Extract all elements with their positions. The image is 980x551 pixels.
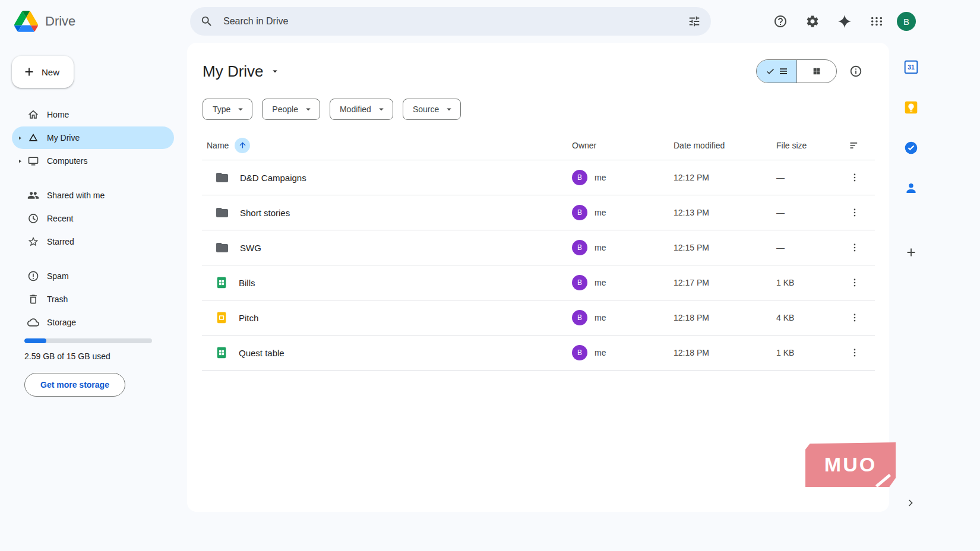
file-name: SWG	[240, 243, 261, 253]
arrow-up-icon	[235, 138, 250, 153]
check-icon	[766, 66, 775, 76]
chevron-down-icon	[444, 104, 454, 115]
sidebar-item-recent[interactable]: Recent	[12, 207, 174, 230]
file-size: —	[776, 208, 839, 217]
contacts-icon[interactable]	[903, 180, 919, 196]
more-options-button[interactable]	[845, 168, 864, 187]
owner-avatar: B	[572, 170, 587, 185]
file-name: Pitch	[239, 313, 258, 323]
sidebar-item-label: Storage	[47, 318, 76, 327]
new-button[interactable]: New	[12, 56, 74, 88]
drive-brand[interactable]: Drive	[14, 10, 75, 33]
sidebar-item-computers[interactable]: Computers	[12, 150, 174, 172]
filter-chip-people[interactable]: People	[262, 99, 320, 120]
panel-header: My Drive	[187, 43, 889, 83]
side-panel-rail: 31	[896, 43, 927, 260]
sort-by-modified-header[interactable]: Date modified	[674, 141, 776, 150]
file-row[interactable]: SWG B me 12:15 PM —	[202, 230, 875, 265]
folder-icon	[215, 205, 229, 220]
sidebar-item-starred[interactable]: Starred	[12, 230, 174, 253]
shared-with-me-icon	[27, 189, 39, 201]
file-row[interactable]: Quest table B me 12:18 PM 1 KB	[202, 335, 875, 370]
computers-icon	[27, 155, 39, 167]
sidebar-item-label: Shared with me	[47, 191, 105, 200]
chevron-down-icon	[235, 104, 246, 115]
search-input[interactable]	[219, 16, 682, 27]
filter-chip-modified[interactable]: Modified	[330, 99, 393, 120]
filter-chip-source[interactable]: Source	[403, 99, 461, 120]
get-more-storage-button[interactable]: Get more storage	[24, 373, 125, 397]
sidebar-item-shared-with-me[interactable]: Shared with me	[12, 184, 174, 207]
storage-progress-bar	[24, 338, 152, 343]
file-name: Bills	[239, 278, 255, 288]
watermark-text: MUO	[824, 453, 877, 476]
sort-by-size-header[interactable]: File size	[776, 141, 839, 150]
file-size: 4 KB	[776, 313, 839, 322]
chevron-down-icon	[270, 66, 280, 77]
header-controls	[756, 59, 868, 83]
file-size: 1 KB	[776, 348, 839, 357]
search-bar[interactable]	[190, 7, 711, 36]
expand-arrow-icon[interactable]	[14, 132, 25, 143]
filter-chip-type[interactable]: Type	[203, 99, 252, 120]
sidebar-item-trash[interactable]: Trash	[12, 288, 174, 311]
sheets-icon	[215, 346, 228, 359]
table-header-row: Name Owner Date modified File size	[202, 131, 875, 160]
show-side-panel-button[interactable]	[902, 494, 919, 512]
gemini-sparkle-icon[interactable]	[833, 10, 856, 33]
file-row[interactable]: D&D Campaigns B me 12:12 PM —	[202, 160, 875, 195]
date-modified: 12:12 PM	[674, 173, 776, 182]
more-options-button[interactable]	[845, 273, 864, 292]
more-options-button[interactable]	[845, 308, 864, 327]
file-name: Short stories	[240, 208, 290, 218]
apps-grid-button[interactable]	[865, 10, 889, 33]
sidebar-item-home[interactable]: Home	[12, 103, 174, 126]
grid-view-button[interactable]	[796, 60, 836, 83]
sidebar-item-spam[interactable]: Spam	[12, 265, 174, 287]
sort-by-name-button[interactable]: Name	[207, 138, 572, 153]
sidebar-item-my-drive[interactable]: My Drive	[12, 126, 174, 149]
list-view-icon	[779, 66, 788, 76]
owner-name: me	[595, 278, 606, 287]
date-modified: 12:17 PM	[674, 278, 776, 287]
file-row[interactable]: Pitch B me 12:18 PM 4 KB	[202, 300, 875, 335]
tasks-icon[interactable]	[903, 140, 919, 156]
file-size: 1 KB	[776, 278, 839, 287]
date-modified: 12:15 PM	[674, 243, 776, 252]
more-options-button[interactable]	[845, 343, 864, 362]
settings-gear-button[interactable]	[801, 10, 824, 33]
page-title: My Drive	[203, 62, 264, 81]
my-drive-title-dropdown[interactable]: My Drive	[203, 62, 280, 81]
owner-name: me	[595, 173, 606, 182]
sort-options-icon[interactable]	[845, 136, 864, 155]
more-options-button[interactable]	[845, 203, 864, 222]
add-apps-plus-icon[interactable]	[903, 245, 919, 260]
chevron-down-icon	[376, 104, 387, 115]
folder-icon	[215, 170, 229, 185]
sort-by-owner-header[interactable]: Owner	[572, 141, 674, 150]
more-options-button[interactable]	[845, 238, 864, 257]
sidebar-item-storage[interactable]: Storage	[12, 311, 174, 334]
keep-icon[interactable]	[903, 100, 919, 115]
storage-cloud-icon	[27, 316, 39, 328]
expand-arrow-icon[interactable]	[14, 156, 25, 166]
details-info-button[interactable]	[844, 59, 868, 83]
spam-icon	[27, 270, 39, 282]
list-view-button[interactable]	[757, 60, 796, 83]
help-button[interactable]	[769, 10, 792, 33]
starred-icon	[27, 236, 39, 248]
calendar-icon[interactable]: 31	[903, 59, 919, 75]
sidebar-item-label: Spam	[47, 271, 69, 281]
profile-avatar[interactable]: B	[897, 12, 916, 31]
file-row[interactable]: Short stories B me 12:13 PM —	[202, 195, 875, 230]
sidebar-item-label: Recent	[47, 214, 73, 223]
date-modified: 12:13 PM	[674, 208, 776, 217]
search-icon[interactable]	[195, 10, 219, 33]
file-table: Name Owner Date modified File size	[202, 131, 875, 370]
owner-avatar: B	[572, 205, 587, 220]
search-options-tune-icon[interactable]	[682, 10, 706, 33]
owner-name: me	[595, 208, 606, 217]
file-row[interactable]: Bills B me 12:17 PM 1 KB	[202, 265, 875, 300]
file-name: D&D Campaigns	[240, 173, 306, 183]
date-modified: 12:18 PM	[674, 313, 776, 322]
